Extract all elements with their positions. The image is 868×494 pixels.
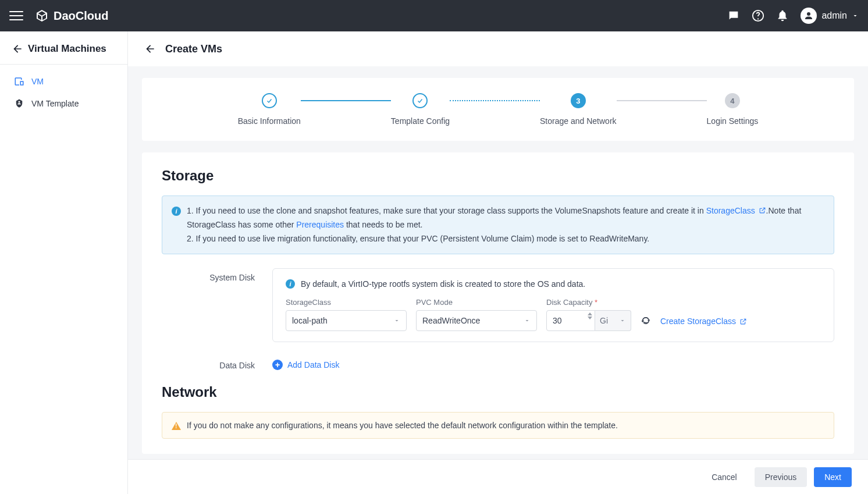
step-label: Basic Information [238,116,301,126]
pvc-mode-field-label: PVC Mode [416,298,537,307]
user-name: admin [821,10,847,21]
network-heading: Network [162,384,834,400]
warning-icon [172,422,181,430]
refresh-icon[interactable] [641,315,651,326]
sidebar-item-label: VM Template [31,99,79,108]
previous-button[interactable]: Previous [755,467,807,487]
info-icon: i [172,207,181,216]
plus-circle-icon: + [272,360,283,370]
data-disk-row-label: Data Disk [162,356,255,370]
system-disk-row-label: System Disk [162,268,255,342]
disk-capacity-field-label: Disk Capacity [546,298,631,307]
menu-toggle[interactable] [9,9,23,23]
arrow-left-icon [12,43,23,55]
content-scroll[interactable]: Basic Information Template Config 3 Stor… [128,66,868,459]
user-menu[interactable]: admin [801,8,859,24]
step-label: Template Config [391,116,450,126]
disk-capacity-input[interactable] [553,316,582,325]
storage-heading: Storage [162,168,834,184]
user-avatar-icon [801,8,817,24]
topbar: DaoCloud admin [0,0,868,31]
cancel-button[interactable]: Cancel [701,467,748,487]
step-line [301,100,391,101]
chevron-down-icon [524,317,531,324]
sidebar-item-label: VM [31,77,44,86]
page-back-icon[interactable] [144,43,156,55]
chat-icon[interactable] [727,9,740,22]
prerequisites-link[interactable]: Prerequisites [296,220,344,229]
stepper-card: Basic Information Template Config 3 Stor… [142,78,854,141]
pvc-mode-select[interactable]: ReadWriteOnce [416,310,537,331]
brand-logo[interactable]: DaoCloud [35,9,108,23]
storageclass-field-label: StorageClass [286,298,407,307]
disk-capacity-unit-select[interactable]: Gi [595,310,631,331]
brand-name: DaoCloud [54,9,108,23]
storageclass-link[interactable]: StorageClass [706,206,766,215]
chevron-down-icon [852,12,859,19]
chevron-down-icon [619,317,626,324]
external-link-icon [739,318,747,325]
step-4-pending[interactable]: 4 [725,93,740,108]
add-data-disk-button[interactable]: + Add Data Disk [272,360,834,370]
sidebar-title: Virtual Machines [28,43,106,55]
page-header: Create VMs [128,31,868,66]
step-1-done[interactable] [262,93,277,108]
page-title: Create VMs [165,43,222,55]
step-label: Storage and Network [540,116,617,126]
daocloud-icon [35,9,49,23]
sidebar-item-vm[interactable]: VM [0,70,127,93]
next-button[interactable]: Next [814,467,852,487]
system-disk-panel: i By default, a VirtIO-type rootfs syste… [272,268,834,342]
disk-capacity-input-wrap[interactable] [546,310,595,331]
vm-icon [14,76,24,87]
storage-network-card: Storage i 1. If you need to use the clon… [142,152,854,454]
info-icon: i [286,279,295,289]
step-2-done[interactable] [412,93,428,108]
capacity-step-up[interactable] [588,312,592,315]
bell-icon[interactable] [776,9,789,22]
create-storageclass-link[interactable]: Create StorageClass [660,317,747,326]
chevron-down-icon [393,317,400,324]
help-icon[interactable] [752,9,764,22]
step-3-active[interactable]: 3 [571,93,586,108]
sidebar-back[interactable]: Virtual Machines [0,43,127,65]
capacity-step-down[interactable] [588,317,592,319]
network-warn-box: If you do not make any configurations, i… [162,412,834,439]
storageclass-select[interactable]: local-path [286,310,407,331]
sidebar: Virtual Machines VM VM Template [0,31,128,494]
system-disk-hint: By default, a VirtIO-type rootfs system … [301,279,585,289]
vm-template-icon [14,98,24,109]
step-line [450,100,540,101]
step-label: Login Settings [707,116,759,126]
sidebar-item-vm-template[interactable]: VM Template [0,93,127,115]
page-footer: Cancel Previous Next [128,459,868,494]
step-line [617,100,707,101]
storage-info-box: i 1. If you need to use the clone and sn… [162,196,834,254]
external-link-icon [759,207,766,214]
